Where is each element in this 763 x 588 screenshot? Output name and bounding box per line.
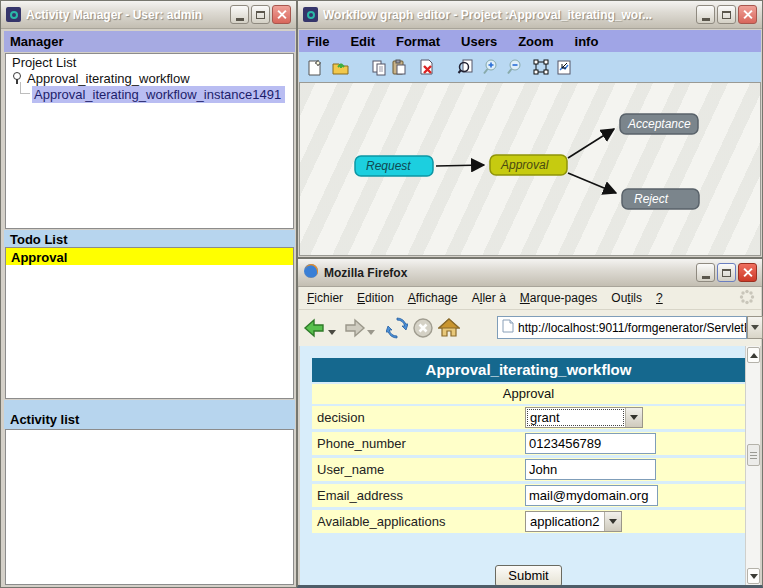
menu-fichier[interactable]: Fichier xyxy=(307,291,343,305)
chevron-down-icon xyxy=(609,519,617,524)
firefox-titlebar[interactable]: Mozilla Firefox xyxy=(298,259,762,287)
user-name-field[interactable] xyxy=(525,459,656,480)
forward-dropdown-icon[interactable] xyxy=(367,330,375,335)
minimize-button[interactable] xyxy=(696,263,715,282)
minimize-button[interactable] xyxy=(696,5,715,24)
tree-node-instance[interactable]: Approval_iterating_workflow_instance1491 xyxy=(6,86,293,102)
workflow-toolbar xyxy=(299,52,761,82)
todo-list-panel: Approval xyxy=(5,247,294,399)
maximize-button[interactable] xyxy=(717,5,736,24)
workflow-editor-title: Workflow graph editor - Project :Approva… xyxy=(323,8,691,22)
form-row-user-name: User_name xyxy=(312,458,745,481)
address-url-text[interactable]: http://localhost:9011/formgenerator/Serv… xyxy=(518,321,747,335)
svg-text:Reject: Reject xyxy=(634,192,669,206)
phone-number-field[interactable] xyxy=(525,433,656,454)
back-dropdown-icon[interactable] xyxy=(328,330,336,335)
close-button[interactable] xyxy=(738,263,757,282)
zoom-out-icon[interactable] xyxy=(504,57,524,77)
graph-node-approval[interactable]: Approval xyxy=(490,155,567,175)
combo-arrow-button[interactable] xyxy=(604,512,621,531)
fit-graph-icon[interactable] xyxy=(531,57,551,77)
menu-users[interactable]: Users xyxy=(461,34,497,49)
export-image-icon[interactable] xyxy=(554,57,574,77)
menu-aller-a[interactable]: Aller à xyxy=(472,291,506,305)
email-address-field[interactable] xyxy=(525,485,658,506)
edge-request-approval xyxy=(436,165,484,166)
zoom-in-icon[interactable] xyxy=(480,57,500,77)
menu-file[interactable]: File xyxy=(307,34,329,49)
minimize-button[interactable] xyxy=(230,5,249,24)
close-button[interactable] xyxy=(272,5,291,24)
submit-button[interactable]: Submit xyxy=(495,565,561,585)
form-title: Approval_iterating_workflow xyxy=(312,358,745,382)
workflow-graph-canvas[interactable]: Request Approval Acceptance Reject xyxy=(299,82,761,256)
close-button[interactable] xyxy=(738,5,757,24)
menu-outils[interactable]: Outils xyxy=(611,291,642,305)
workflow-menubar: File Edit Format Users Zoom info xyxy=(299,30,761,52)
tree-node-project[interactable]: Approval_iterating_workflow xyxy=(6,70,293,86)
menu-help[interactable]: ? xyxy=(656,291,663,305)
scroll-down-button[interactable] xyxy=(747,568,760,584)
menu-zoom[interactable]: Zoom xyxy=(518,34,553,49)
graph-node-reject[interactable]: Reject xyxy=(622,189,699,209)
menu-edit[interactable]: Edit xyxy=(350,34,375,49)
address-bar[interactable]: http://localhost:9011/formgenerator/Serv… xyxy=(497,316,747,339)
page-icon xyxy=(502,319,514,337)
copy-icon[interactable] xyxy=(369,57,389,77)
workflow-editor-window: Workflow graph editor - Project :Approva… xyxy=(297,0,763,258)
menu-marque-pages[interactable]: Marque-pages xyxy=(520,291,598,305)
throbber-icon xyxy=(739,289,755,308)
form-row-available-applications: Available_applications application2 xyxy=(312,510,745,533)
menu-format[interactable]: Format xyxy=(396,34,440,49)
paste-icon[interactable] xyxy=(389,57,409,77)
tree-instance-label-selected[interactable]: Approval_iterating_workflow_instance1491 xyxy=(32,86,285,103)
form-subtitle: Approval xyxy=(312,384,745,404)
close-icon xyxy=(739,264,756,281)
available-applications-select[interactable]: application2 xyxy=(525,511,622,532)
todo-item-approval[interactable]: Approval xyxy=(6,248,293,265)
tree-root-project-list[interactable]: Project List xyxy=(6,54,293,70)
edge-approval-reject xyxy=(568,173,616,193)
activity-manager-titlebar[interactable]: Activity Manager - User: admin xyxy=(1,1,296,29)
workflow-editor-titlebar[interactable]: Workflow graph editor - Project :Approva… xyxy=(298,1,762,29)
minimize-icon xyxy=(702,18,710,21)
maximize-icon xyxy=(256,11,265,19)
minimize-icon xyxy=(236,18,244,21)
address-dropdown-button[interactable] xyxy=(747,316,763,339)
firefox-window: Mozilla Firefox Fichier Edition Affichag… xyxy=(297,258,763,588)
vertical-scrollbar[interactable] xyxy=(745,346,760,585)
graph-node-request[interactable]: Request xyxy=(355,156,433,176)
maximize-button[interactable] xyxy=(717,263,736,282)
menu-affichage[interactable]: Affichage xyxy=(408,291,458,305)
java-app-icon xyxy=(6,7,21,22)
maximize-button[interactable] xyxy=(251,5,270,24)
close-icon xyxy=(739,6,756,23)
combo-arrow-button[interactable] xyxy=(625,408,642,427)
email-address-label: Email_address xyxy=(312,488,525,503)
scroll-up-button[interactable] xyxy=(747,347,760,363)
zoom-actual-icon[interactable] xyxy=(456,57,476,77)
reload-button[interactable] xyxy=(385,316,409,340)
firefox-logo-icon xyxy=(303,263,319,283)
open-icon[interactable] xyxy=(330,57,350,77)
menu-edition[interactable]: Edition xyxy=(357,291,394,305)
graph-node-acceptance[interactable]: Acceptance xyxy=(620,114,698,134)
home-button[interactable] xyxy=(437,316,461,340)
scrollbar-thumb[interactable] xyxy=(747,444,760,466)
stop-button[interactable] xyxy=(411,316,435,340)
new-file-icon[interactable] xyxy=(304,57,324,77)
decision-selected-value: grant xyxy=(526,408,625,427)
svg-text:Approval: Approval xyxy=(500,158,549,172)
browser-content: Approval_iterating_workflow Approval dec… xyxy=(300,346,747,585)
maximize-icon xyxy=(722,269,731,277)
forward-button[interactable] xyxy=(342,316,366,340)
menu-info[interactable]: info xyxy=(575,34,599,49)
decision-select[interactable]: grant xyxy=(525,407,643,428)
project-tree-panel: Project List Approval_iterating_workflow… xyxy=(5,53,294,229)
back-button[interactable] xyxy=(303,316,327,340)
delete-icon[interactable] xyxy=(416,57,436,77)
available-applications-selected-value: application2 xyxy=(526,512,604,531)
manager-header: Manager xyxy=(4,31,295,52)
form-row-decision: decision grant xyxy=(312,406,745,429)
tree-project-label[interactable]: Approval_iterating_workflow xyxy=(27,71,190,86)
